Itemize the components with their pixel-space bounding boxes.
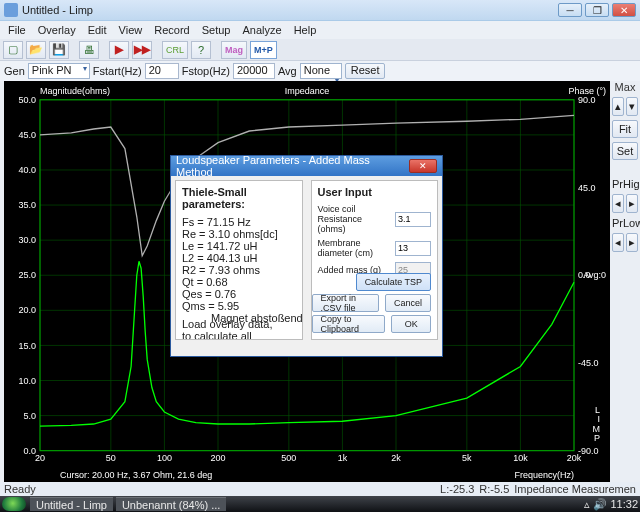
- fit-button[interactable]: Fit: [612, 120, 638, 138]
- mp-button[interactable]: M+P: [250, 41, 277, 59]
- reset-button[interactable]: Reset: [345, 63, 386, 79]
- svg-text:Phase (°): Phase (°): [568, 85, 606, 95]
- close-button[interactable]: ✕: [612, 3, 636, 17]
- toolbar-main: ▢ 📂 💾 🖶 ▶ ▶▶ CRL ? Mag M+P: [0, 39, 640, 61]
- svg-text:50.0: 50.0: [19, 95, 36, 105]
- menu-file[interactable]: File: [2, 24, 32, 36]
- tsp-hint: to calculate all parameters!: [182, 330, 296, 340]
- max-label: Max: [612, 81, 638, 93]
- crl-button[interactable]: CRL: [162, 41, 188, 59]
- svg-text:-90.0: -90.0: [578, 446, 598, 456]
- menu-bar: File Overlay Edit View Record Setup Anal…: [0, 21, 640, 39]
- fstop-input[interactable]: 20000: [233, 63, 275, 79]
- diam-input[interactable]: [395, 241, 431, 256]
- tsp-line: Qms = 5.95: [182, 300, 296, 312]
- status-ready: Ready: [4, 483, 36, 495]
- svg-text:15.0: 15.0: [19, 340, 36, 350]
- title-bar: Untitled - Limp ─ ❐ ✕: [0, 0, 640, 21]
- tsp-line: Le = 141.72 uH: [182, 240, 296, 252]
- tsp-line: Qt = 0.68: [182, 276, 296, 288]
- svg-text:10k: 10k: [513, 453, 528, 463]
- record-icon[interactable]: ▶: [109, 41, 129, 59]
- toolbar-signal: Gen Pink PN Fstart(Hz) 20 Fstop(Hz) 2000…: [0, 61, 640, 81]
- svg-text:Magnitude(ohms): Magnitude(ohms): [40, 85, 110, 95]
- menu-overlay[interactable]: Overlay: [32, 24, 82, 36]
- prlow-label: PrLow: [612, 217, 638, 229]
- tsp-dialog: Loudspeaker Parameters - Added Mass Meth…: [170, 155, 443, 357]
- svg-text:2k: 2k: [391, 453, 401, 463]
- svg-text:0.0: 0.0: [23, 446, 36, 456]
- status-mode: Impedance Measuremen: [514, 483, 636, 495]
- minimize-button[interactable]: ─: [558, 3, 582, 17]
- svg-text:P: P: [594, 433, 600, 443]
- menu-analyze[interactable]: Analyze: [236, 24, 287, 36]
- export-button[interactable]: Export in .CSV file: [312, 294, 379, 312]
- fstart-input[interactable]: 20: [145, 63, 179, 79]
- svg-text:200: 200: [210, 453, 225, 463]
- svg-text:1k: 1k: [338, 453, 348, 463]
- vcr-input[interactable]: [395, 212, 431, 227]
- svg-text:90.0: 90.0: [578, 95, 595, 105]
- tsp-line: Re = 3.10 ohms[dc]: [182, 228, 296, 240]
- vcr-label: Voice coil Resistance (ohms): [318, 204, 392, 234]
- record-stop-icon[interactable]: ▶▶: [132, 41, 152, 59]
- tsp-line: L2 = 404.13 uH: [182, 252, 296, 264]
- svg-text:20.0: 20.0: [19, 305, 36, 315]
- down-button[interactable]: ▾: [626, 97, 638, 116]
- tray-icon[interactable]: 🔊: [593, 498, 607, 511]
- up-button[interactable]: ▴: [612, 97, 624, 116]
- copy-button[interactable]: Copy to Clipboard: [312, 315, 386, 333]
- menu-help[interactable]: Help: [288, 24, 323, 36]
- prhigh-right[interactable]: ▸: [626, 194, 638, 213]
- open-icon[interactable]: 📂: [26, 41, 46, 59]
- menu-setup[interactable]: Setup: [196, 24, 237, 36]
- status-r: R:-5.5: [479, 483, 509, 495]
- svg-text:5k: 5k: [462, 453, 472, 463]
- svg-text:10.0: 10.0: [19, 375, 36, 385]
- user-input-pane: User Input Voice coil Resistance (ohms) …: [311, 180, 439, 340]
- menu-view[interactable]: View: [113, 24, 149, 36]
- cancel-button[interactable]: Cancel: [385, 294, 431, 312]
- user-annotation: Magnet abstoßend: [211, 312, 303, 324]
- svg-text:45.0: 45.0: [19, 130, 36, 140]
- print-icon[interactable]: 🖶: [79, 41, 99, 59]
- dialog-title-bar[interactable]: Loudspeaker Parameters - Added Mass Meth…: [171, 156, 442, 176]
- gen-select[interactable]: Pink PN: [28, 63, 90, 79]
- svg-text:Cursor: 20.00 Hz, 3.67 Ohm, 21: Cursor: 20.00 Hz, 3.67 Ohm, 21.6 deg: [60, 470, 212, 480]
- window-title: Untitled - Limp: [22, 4, 555, 16]
- new-icon[interactable]: ▢: [3, 41, 23, 59]
- side-controls: Max ▴▾ Fit Set PrHigh ◂▸ PrLow ◂▸: [612, 81, 638, 252]
- set-button[interactable]: Set: [612, 142, 638, 160]
- svg-text:30.0: 30.0: [19, 235, 36, 245]
- dialog-close-icon[interactable]: ✕: [409, 159, 437, 173]
- svg-text:50: 50: [106, 453, 116, 463]
- svg-text:Avg:0: Avg:0: [583, 270, 606, 280]
- start-button[interactable]: [2, 497, 26, 511]
- save-icon[interactable]: 💾: [49, 41, 69, 59]
- svg-text:25.0: 25.0: [19, 270, 36, 280]
- maximize-button[interactable]: ❐: [585, 3, 609, 17]
- prlow-right[interactable]: ▸: [626, 233, 638, 252]
- menu-edit[interactable]: Edit: [82, 24, 113, 36]
- avg-select[interactable]: None: [300, 63, 342, 79]
- task-limp[interactable]: Untitled - Limp: [30, 497, 113, 511]
- fstop-label: Fstop(Hz): [182, 65, 230, 77]
- clock[interactable]: 11:32: [610, 498, 638, 510]
- prhigh-left[interactable]: ◂: [612, 194, 624, 213]
- ok-button[interactable]: OK: [391, 315, 431, 333]
- menu-record[interactable]: Record: [148, 24, 195, 36]
- windows-taskbar[interactable]: Untitled - Limp Unbenannt (84%) ... ▵ 🔊 …: [0, 496, 640, 512]
- fstart-label: Fstart(Hz): [93, 65, 142, 77]
- svg-text:45.0: 45.0: [578, 182, 595, 192]
- calculate-button[interactable]: Calculate TSP: [356, 273, 431, 291]
- svg-text:5.0: 5.0: [23, 411, 36, 421]
- task-paint[interactable]: Unbenannt (84%) ...: [116, 497, 226, 511]
- svg-text:20: 20: [35, 453, 45, 463]
- tsp-line: Qes = 0.76: [182, 288, 296, 300]
- mag-button[interactable]: Mag: [221, 41, 247, 59]
- svg-text:100: 100: [157, 453, 172, 463]
- svg-text:35.0: 35.0: [19, 200, 36, 210]
- tray-icon[interactable]: ▵: [584, 498, 590, 511]
- question-icon[interactable]: ?: [191, 41, 211, 59]
- prlow-left[interactable]: ◂: [612, 233, 624, 252]
